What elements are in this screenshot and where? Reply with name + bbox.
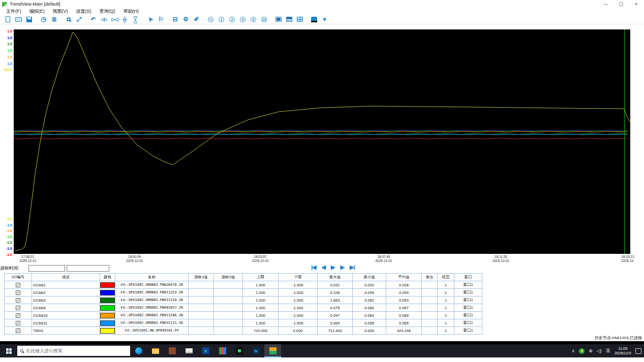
menu-item-1[interactable]: 编辑(E): [25, 8, 49, 15]
settings-icon[interactable]: ⚙: [180, 15, 191, 24]
taskbar-clock[interactable]: 11:05 2025/12/2: [615, 346, 631, 355]
table-row[interactable]: ✓G1\bb1V4::DPU1002.SM0002.PB020478.IN1.0…: [5, 281, 482, 289]
ime-indicator[interactable]: 英: [606, 348, 610, 354]
range-2-hour-icon[interactable]: 2: [227, 15, 237, 24]
close-button[interactable]: ×: [629, 0, 644, 8]
enable-checkbox-cell[interactable]: ✓: [5, 319, 32, 327]
minimize-button[interactable]: —: [598, 0, 614, 8]
layout-single-icon[interactable]: [273, 15, 284, 24]
row-checkbox[interactable]: ✓: [16, 328, 20, 333]
taskbar-app-edge[interactable]: [130, 344, 147, 357]
row-checkbox[interactable]: ✓: [16, 298, 20, 303]
nav-last-button[interactable]: ▶|: [350, 264, 355, 271]
export-caret-icon[interactable]: ▾: [319, 15, 330, 24]
maximize-button[interactable]: ▢: [614, 0, 629, 8]
taskbar-app-package[interactable]: [164, 344, 180, 357]
taskbar-app-capture[interactable]: [231, 344, 248, 357]
range-8-hour-icon[interactable]: 8: [248, 15, 259, 24]
enable-checkbox-cell[interactable]: ✓: [5, 297, 32, 304]
expand-vertical-icon[interactable]: ◁▷: [121, 14, 130, 25]
row-checkbox[interactable]: ✓: [16, 290, 20, 295]
menu-item-3[interactable]: 设置(S): [72, 8, 96, 15]
nav-first-button[interactable]: |◀: [311, 264, 316, 271]
start-button[interactable]: [0, 344, 17, 357]
menu-item-4[interactable]: 查询(Q): [96, 8, 119, 15]
enable-checkbox-cell[interactable]: ✓: [5, 289, 32, 297]
row-checkbox[interactable]: ✓: [16, 321, 20, 325]
range-half-hour-icon[interactable]: ½: [205, 15, 216, 24]
notification-center-icon[interactable]: [635, 348, 641, 354]
table-row[interactable]: ✓TMH1V4::DPU1001.HW.OP040101.PV720.0000.…: [5, 327, 482, 335]
column-header[interactable]: 最大值: [318, 274, 353, 281]
table-row[interactable]: ✓G1\bb11V4::DPU1002.SM0002.PB031115.IN1.…: [5, 319, 482, 327]
taskbar-app-trendview[interactable]: [264, 344, 281, 357]
taskbar-app-mail[interactable]: [180, 344, 197, 357]
time-range-icon[interactable]: ◷: [38, 15, 49, 24]
enable-checkbox-cell[interactable]: ✓: [5, 312, 32, 319]
column-header[interactable]: 最小值: [353, 274, 386, 281]
flag-cursor-icon[interactable]: ⚐: [156, 15, 166, 24]
cursor1-time-input[interactable]: [28, 265, 65, 272]
save-icon[interactable]: [24, 15, 35, 24]
table-row[interactable]: ✓G1\bb2V4::DPU1002.SM0002.PB011253.IN1.0…: [5, 289, 482, 297]
row-checkbox[interactable]: ✓: [16, 283, 20, 287]
menu-item-2[interactable]: 视图(V): [49, 8, 72, 15]
nav-play-button[interactable]: ▶: [331, 264, 334, 271]
layout-two-pane-icon[interactable]: [284, 15, 294, 24]
trend-plot[interactable]: [14, 29, 630, 254]
column-header[interactable]: 名称: [115, 274, 189, 281]
color-cell[interactable]: [100, 289, 115, 297]
export-fill-icon[interactable]: [309, 15, 319, 24]
color-cell[interactable]: [100, 281, 115, 289]
taskbar-search[interactable]: [17, 346, 130, 356]
network-globe-icon[interactable]: ⊕: [589, 348, 593, 353]
column-header[interactable]: 平均值: [386, 274, 422, 281]
range-1-hour-icon[interactable]: 1: [216, 15, 227, 24]
table-row[interactable]: ✓G1\bb9V4::DPU1002.SM0002.PB003957.IN1.0…: [5, 304, 482, 312]
enable-checkbox-cell[interactable]: ✓: [5, 281, 32, 289]
compress-vertical-icon[interactable]: ▷◁: [132, 14, 140, 25]
fit-view-icon[interactable]: ⤢: [74, 15, 84, 24]
volume-icon[interactable]: ◁): [597, 348, 602, 353]
zoom-icon[interactable]: [63, 15, 74, 24]
color-cell[interactable]: [100, 297, 115, 304]
enable-checkbox-cell[interactable]: ✓: [5, 304, 32, 312]
pin-icon[interactable]: ✐: [191, 15, 202, 24]
taskbar-app-file-explorer[interactable]: [147, 344, 164, 357]
color-cell[interactable]: [100, 312, 115, 319]
enable-checkbox-cell[interactable]: ✓: [5, 327, 32, 335]
tag-list-icon[interactable]: ≣: [49, 15, 59, 24]
column-header[interactable]: 下限: [279, 274, 318, 281]
range-12-hour-icon[interactable]: 12: [259, 15, 269, 24]
row-checkbox[interactable]: ✓: [16, 313, 20, 318]
open-file-icon[interactable]: [13, 15, 24, 24]
row-checkbox[interactable]: ✓: [16, 306, 20, 310]
column-header[interactable]: 游标1值: [189, 274, 214, 281]
nav-next-button[interactable]: ▶: [340, 264, 344, 271]
column-header[interactable]: 窗口: [454, 274, 482, 281]
color-cell[interactable]: [100, 304, 115, 312]
nav-prev-button[interactable]: ◀: [322, 264, 325, 271]
column-header[interactable]: 上限: [243, 274, 279, 281]
layout-four-pane-icon[interactable]: [294, 15, 305, 24]
undo-icon[interactable]: ↶: [88, 15, 99, 24]
search-input[interactable]: [26, 348, 127, 353]
column-header[interactable]: 游标2值: [214, 274, 243, 281]
menu-item-0[interactable]: 文件(F): [2, 8, 25, 15]
taskbar-app-spreadsheet[interactable]: X: [197, 344, 214, 357]
column-header[interactable]: 描述: [32, 274, 100, 281]
taskbar-app-fx[interactable]: fx: [248, 344, 264, 357]
table-row[interactable]: ✓G1\bb10V4::DPU1002.SM0002.PB011206.IN1.…: [5, 312, 482, 319]
antivirus-icon[interactable]: [579, 348, 585, 354]
compress-horizontal-icon[interactable]: ▷◁: [109, 15, 120, 24]
new-file-icon[interactable]: [3, 15, 13, 24]
color-cell[interactable]: [100, 319, 115, 327]
table-row[interactable]: ✓G1\bb3V4::DPU1002.SM0002.PB011159.IN1.0…: [5, 297, 482, 304]
column-header[interactable]: 线宽: [438, 274, 454, 281]
column-header[interactable]: 颜色: [100, 274, 115, 281]
cursor2-time-input[interactable]: [67, 265, 109, 272]
column-header[interactable]: I/O编号: [5, 274, 32, 281]
trend-window-icon[interactable]: ⊟: [170, 15, 180, 24]
column-header[interactable]: 单位: [422, 274, 438, 281]
hidden-icons-chevron[interactable]: ∧: [572, 348, 575, 353]
